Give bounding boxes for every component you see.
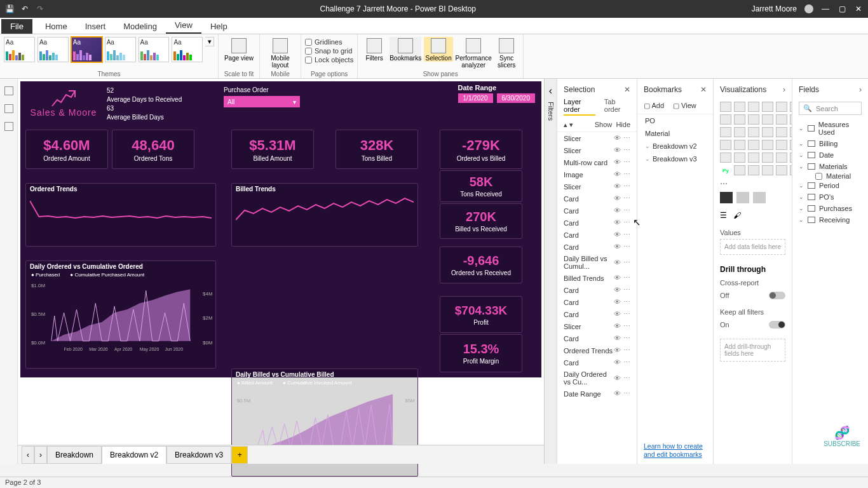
format-tab-icon[interactable]: 🖌 (733, 211, 741, 220)
viz-type-icon[interactable] (776, 140, 787, 150)
viz-type-icon[interactable] (734, 165, 745, 175)
sync-slicers-button[interactable]: Sync slicers (494, 37, 519, 69)
viz-type-icon[interactable] (762, 152, 773, 163)
bookmarks-pane-button[interactable]: Bookmarks (390, 37, 421, 62)
selection-item[interactable]: Slicer👁⋯ (557, 180, 637, 193)
page-tab[interactable]: Breakdown (47, 446, 102, 464)
card-billed-amount[interactable]: $5.31MBilled Amount (231, 130, 314, 169)
data-view-icon[interactable] (4, 104, 13, 113)
visibility-icon[interactable]: 👁 (614, 231, 621, 239)
visibility-icon[interactable]: 👁 (614, 310, 621, 318)
selection-item[interactable]: Slicer👁⋯ (557, 320, 637, 332)
tab-order-tab[interactable]: Tab order (604, 98, 630, 116)
selection-item[interactable]: Card👁⋯ (557, 284, 637, 296)
page-tab-active[interactable]: Breakdown v2 (102, 446, 166, 464)
close-icon[interactable]: ✕ (624, 85, 630, 94)
more-icon[interactable]: ⋯ (623, 346, 630, 355)
theme-thumb[interactable]: Aa (4, 37, 35, 62)
page-prev-button[interactable]: ‹ (22, 446, 34, 464)
more-icon[interactable]: ⋯ (623, 274, 630, 282)
page-tab[interactable]: Breakdown v3 (166, 446, 231, 464)
viz-type-icon[interactable] (762, 165, 773, 175)
close-icon[interactable]: ✕ (700, 85, 707, 94)
visibility-icon[interactable]: 👁 (614, 390, 621, 398)
card-tons-billed[interactable]: 328KTons Billed (336, 130, 418, 169)
visibility-icon[interactable]: 👁 (614, 182, 621, 191)
field-table[interactable]: ⌄Date (792, 149, 868, 161)
visibility-icon[interactable]: 👁 (614, 274, 621, 282)
visibility-icon[interactable]: 👁 (614, 170, 621, 179)
chevron-right-icon[interactable]: › (783, 85, 785, 94)
report-view-icon[interactable] (4, 86, 13, 95)
more-icon[interactable]: ⋯ (623, 146, 630, 154)
theme-thumb-selected[interactable]: Aa (71, 37, 102, 62)
more-icon[interactable]: ⋯ (623, 243, 630, 251)
fields-format-icon[interactable] (720, 192, 733, 203)
purchase-order-slicer[interactable]: Purchase Order All▾ (224, 86, 300, 107)
viz-type-icon[interactable] (748, 114, 759, 125)
viz-type-icon[interactable] (734, 152, 745, 163)
visibility-icon[interactable]: 👁 (614, 259, 621, 267)
viz-type-icon[interactable] (720, 152, 731, 163)
more-icon[interactable]: ⋯ (623, 158, 630, 166)
tab-home[interactable]: Home (36, 19, 76, 34)
filters-pane-collapsed[interactable]: ‹ Filters (544, 79, 557, 464)
viz-type-icon[interactable] (734, 114, 745, 125)
theme-thumb[interactable]: Aa (139, 37, 170, 62)
tab-view[interactable]: View (166, 18, 201, 34)
selection-item[interactable]: Daily Ordered vs Cu...👁⋯ (557, 369, 637, 388)
field-table[interactable]: ⌄Purchases (792, 203, 868, 214)
selection-item[interactable]: Card👁⋯ (557, 332, 637, 344)
card-billed-vs-received[interactable]: 270KBilled vs Received (440, 203, 522, 239)
card-ordered-vs-received[interactable]: -9,646Ordered vs Received (440, 247, 522, 283)
visibility-icon[interactable]: 👁 (614, 219, 621, 227)
gridlines-check[interactable]: Gridlines (305, 38, 353, 46)
viz-type-icon[interactable] (748, 165, 759, 175)
viz-type-icon[interactable] (762, 102, 773, 112)
visibility-icon[interactable]: 👁 (614, 286, 621, 294)
visibility-icon[interactable]: 👁 (614, 322, 621, 330)
viz-type-icon[interactable] (776, 102, 787, 112)
more-icon[interactable]: ⋯ (623, 310, 630, 318)
format-icon[interactable] (736, 192, 749, 203)
fields-search[interactable]: 🔍Search (799, 102, 862, 115)
ordered-trends-chart[interactable]: Ordered Trends (25, 183, 216, 247)
tab-insert[interactable]: Insert (76, 19, 115, 34)
bookmark-item[interactable]: ⌄Breakdown v2 (637, 140, 713, 152)
selection-item[interactable]: Daily Billed vs Cumul...👁⋯ (557, 253, 637, 272)
visibility-icon[interactable]: 👁 (614, 207, 621, 215)
selection-item[interactable]: Card👁⋯ (557, 193, 637, 205)
theme-thumb[interactable]: Aa (37, 37, 69, 62)
model-view-icon[interactable] (4, 122, 13, 131)
drill-through-drop-zone[interactable]: Add drill-through fields here (720, 339, 785, 362)
bookmark-add-button[interactable]: ▢ Add (644, 102, 664, 110)
page-view-button[interactable]: Page view (222, 37, 255, 62)
tab-help[interactable]: Help (201, 19, 236, 34)
field-table[interactable]: ⌄Period (792, 180, 868, 191)
visibility-icon[interactable]: 👁 (614, 243, 621, 251)
visibility-icon[interactable]: 👁 (614, 194, 621, 203)
visibility-icon[interactable]: 👁 (614, 146, 621, 154)
viz-type-icon[interactable] (720, 140, 731, 150)
tab-modeling[interactable]: Modeling (114, 19, 166, 34)
viz-type-icon[interactable] (776, 114, 787, 125)
user-name[interactable]: Jarrett Moore (752, 4, 797, 13)
snap-check[interactable]: Snap to grid (305, 47, 353, 55)
field-column[interactable]: Material (792, 172, 868, 180)
viz-type-icon[interactable] (720, 102, 731, 112)
chevron-right-icon[interactable]: › (859, 85, 862, 94)
selection-item[interactable]: Date Range👁⋯ (557, 388, 637, 400)
viz-type-icon[interactable] (720, 127, 731, 137)
viz-type-icon[interactable] (748, 152, 759, 163)
visibility-icon[interactable]: 👁 (614, 374, 621, 383)
selection-item[interactable]: Slicer👁⋯ (557, 132, 637, 144)
selection-item[interactable]: Card👁⋯ (557, 217, 637, 229)
bookmark-item[interactable]: PO (637, 114, 713, 127)
redo-icon[interactable]: ↷ (36, 4, 44, 13)
bookmark-view-button[interactable]: ▢ View (673, 102, 696, 110)
more-icon[interactable]: ⋯ (623, 194, 630, 203)
viz-type-icon[interactable] (762, 114, 773, 125)
more-icon[interactable]: ⋯ (623, 207, 630, 215)
more-icon[interactable]: ⋯ (623, 219, 630, 227)
card-profit-margin[interactable]: 15.3%Profit Margin (440, 334, 522, 372)
